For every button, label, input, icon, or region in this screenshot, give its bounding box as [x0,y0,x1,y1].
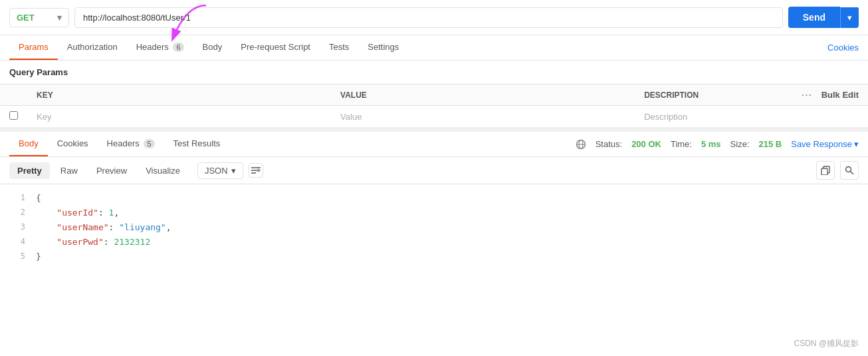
method-select[interactable]: GET ▾ [9,8,69,27]
format-bar: Pretty Raw Preview Visualize JSON ▾ [0,157,868,184]
table-row: Key Value Description [0,106,868,128]
line-num-3: 3 [7,220,25,234]
json-line-1: 1 { [0,191,868,206]
cookies-link[interactable]: Cookies [827,36,859,59]
response-tab-test-results[interactable]: Test Results [164,132,230,156]
col-description: DESCRIPTION [635,85,788,106]
time-value: 5 ms [701,139,721,149]
size-value: 215 B [759,139,782,149]
request-tabs-row: Params Authorization Headers 6 Body Pre-… [0,35,868,61]
request-bar: GET ▾ Send ▾ [0,0,868,35]
method-chevron-icon: ▾ [57,13,62,23]
json-val-userPwd: 2132312 [114,237,150,247]
row-checkbox-cell [0,106,27,128]
col-checkbox [0,85,27,106]
save-response-chevron-icon: ▾ [854,139,859,149]
search-button[interactable] [840,161,859,180]
row-checkbox[interactable] [9,111,18,120]
col-key: KEY [27,85,331,106]
params-table: KEY VALUE DESCRIPTION ··· Bulk Edit Key … [0,84,868,128]
response-tabs-row: Body Cookies Headers 5 Test Results Stat… [0,132,868,157]
json-line-3: 3 "userName": "liuyang", [0,220,868,235]
json-format-select[interactable]: JSON ▾ [197,162,243,179]
time-label: Time: [671,139,692,149]
query-params-label: Query Params [0,61,868,84]
size-label: Size: [730,139,750,149]
json-key-userPwd: "userPwd" [56,237,103,247]
json-line-5: 5 } [0,250,868,264]
description-cell[interactable]: Description [635,106,788,128]
response-tab-cookies[interactable]: Cookies [48,132,98,156]
json-line-4: 4 "userPwd": 2132312 [0,235,868,250]
response-headers-badge: 5 [144,139,154,148]
line-num-2: 2 [7,206,25,219]
format-tab-pretty[interactable]: Pretty [9,162,50,179]
json-body: 1 { 2 "userId": 1, 3 "userName": "liuyan… [0,184,868,271]
format-tab-visualize[interactable]: Visualize [138,162,188,179]
json-line-2: 2 "userId": 1, [0,206,868,220]
response-tab-body[interactable]: Body [9,132,48,156]
response-status-bar: Status: 200 OK Time: 5 ms Size: 215 B Sa… [576,139,859,150]
copy-button[interactable] [816,161,835,180]
svg-rect-8 [821,168,827,175]
send-button[interactable]: Send [788,7,840,28]
col-value: VALUE [331,85,635,106]
description-placeholder: Description [644,112,687,122]
status-label: Status: [596,139,622,149]
globe-icon [576,139,586,150]
method-label: GET [17,13,35,23]
line-num-1: 1 [7,191,25,204]
key-cell[interactable]: Key [27,106,331,128]
json-key-userName: "userName" [56,222,108,232]
json-select-chevron-icon: ▾ [231,166,236,176]
json-brace-close: } [36,252,41,262]
tab-settings[interactable]: Settings [358,35,408,60]
format-tab-preview[interactable]: Preview [88,162,135,179]
svg-point-9 [846,167,851,172]
wrap-lines-button[interactable] [249,163,263,178]
json-val-userName: "liuyang" [119,222,165,232]
svg-line-10 [851,172,854,175]
response-tab-headers[interactable]: Headers 5 [98,132,164,156]
save-response-button[interactable]: Save Response ▾ [791,139,859,149]
format-actions [816,161,859,180]
tab-pre-request-script[interactable]: Pre-request Script [231,35,320,60]
tab-tests[interactable]: Tests [320,35,358,60]
json-brace-open: { [36,193,41,203]
value-cell[interactable]: Value [331,106,635,128]
more-options-icon[interactable]: ··· [802,90,812,100]
col-actions: ··· Bulk Edit [788,85,868,106]
headers-badge: 6 [173,43,183,52]
tab-headers[interactable]: Headers 6 [127,35,193,60]
tab-params[interactable]: Params [9,35,58,60]
json-key-userId: "userId" [56,208,98,218]
status-value: 200 OK [631,139,661,149]
line-num-4: 4 [7,235,25,248]
send-dropdown-button[interactable]: ▾ [840,7,859,28]
bulk-edit-button[interactable]: Bulk Edit [821,90,859,100]
url-input[interactable] [74,7,783,28]
format-tab-raw[interactable]: Raw [53,162,86,179]
tab-body[interactable]: Body [193,35,232,60]
value-placeholder: Value [340,112,362,122]
row-actions-cell [788,106,868,128]
line-num-5: 5 [7,250,25,263]
send-button-group: Send ▾ [788,7,859,28]
tab-authorization[interactable]: Authorization [58,35,127,60]
key-placeholder: Key [37,112,51,122]
